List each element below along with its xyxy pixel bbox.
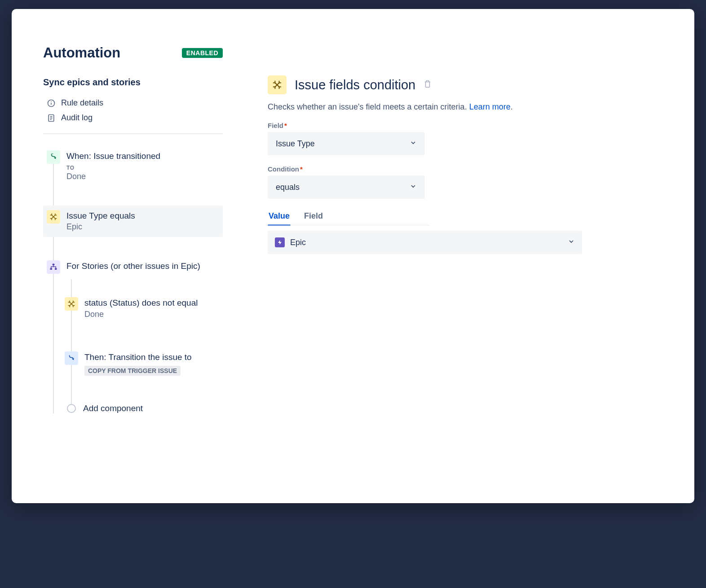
audit-log-icon bbox=[47, 114, 56, 123]
step-condition-value: Epic bbox=[66, 222, 217, 232]
step-trigger[interactable]: When: Issue transitioned TO Done bbox=[43, 146, 223, 187]
step-trigger-title: When: Issue transitioned bbox=[66, 150, 217, 162]
add-component-button[interactable]: Add component bbox=[61, 404, 223, 413]
svg-rect-10 bbox=[50, 268, 53, 270]
step-branch-title: For Stories (or other issues in Epic) bbox=[66, 260, 217, 272]
svg-rect-9 bbox=[53, 264, 55, 266]
step-condition-title: Issue Type equals bbox=[66, 210, 217, 222]
rule-details-link[interactable]: Rule details bbox=[47, 96, 223, 110]
tab-value[interactable]: Value bbox=[268, 209, 291, 225]
condition-icon bbox=[65, 297, 78, 311]
tab-field[interactable]: Field bbox=[303, 209, 324, 225]
copy-from-trigger-chip: COPY FROM TRIGGER ISSUE bbox=[84, 366, 181, 376]
action-icon bbox=[65, 351, 78, 365]
rule-details-label: Rule details bbox=[61, 98, 103, 108]
field-label: Field* bbox=[268, 122, 663, 129]
branch-icon bbox=[47, 260, 60, 274]
chevron-down-icon bbox=[410, 139, 417, 149]
step-action[interactable]: Then: Transition the issue to COPY FROM … bbox=[61, 347, 223, 381]
svg-point-2 bbox=[51, 101, 52, 102]
step-branch[interactable]: For Stories (or other issues in Epic) bbox=[43, 256, 223, 279]
step-action-title: Then: Transition the issue to bbox=[84, 351, 217, 363]
step-branch-condition-value: Done bbox=[84, 310, 217, 319]
panel-description: Checks whether an issue's field meets a … bbox=[268, 102, 663, 112]
divider bbox=[43, 133, 223, 134]
chevron-down-icon bbox=[410, 183, 417, 192]
condition-icon bbox=[47, 210, 60, 224]
value-select-value: Epic bbox=[290, 238, 306, 247]
field-select-value: Issue Type bbox=[276, 139, 315, 149]
condition-select[interactable]: equals bbox=[268, 176, 425, 199]
step-condition[interactable]: Issue Type equals Epic bbox=[43, 206, 223, 237]
info-icon bbox=[47, 99, 56, 108]
learn-more-link[interactable]: Learn more bbox=[469, 102, 511, 111]
epic-icon bbox=[275, 237, 285, 247]
status-badge-enabled: ENABLED bbox=[182, 48, 223, 58]
add-dot-icon bbox=[67, 404, 76, 413]
value-select[interactable]: Epic bbox=[268, 231, 582, 254]
rule-name: Sync epics and stories bbox=[43, 77, 223, 88]
audit-log-link[interactable]: Audit log bbox=[47, 110, 223, 125]
step-branch-condition[interactable]: status (Status) does not equal Done bbox=[61, 293, 223, 325]
condition-label: Condition* bbox=[268, 165, 663, 173]
panel-title: Issue fields condition bbox=[295, 78, 415, 92]
step-branch-condition-title: status (Status) does not equal bbox=[84, 297, 217, 309]
chevron-down-icon bbox=[568, 238, 575, 247]
step-trigger-value: Done bbox=[66, 172, 217, 181]
condition-select-value: equals bbox=[276, 183, 300, 192]
trigger-icon bbox=[47, 150, 60, 164]
page-title: Automation bbox=[43, 45, 173, 61]
field-select[interactable]: Issue Type bbox=[268, 132, 425, 155]
step-trigger-sub: TO bbox=[66, 165, 217, 171]
delete-button[interactable] bbox=[424, 80, 432, 90]
add-component-label: Add component bbox=[83, 404, 143, 413]
svg-rect-11 bbox=[55, 268, 57, 270]
audit-log-label: Audit log bbox=[61, 113, 93, 123]
condition-icon bbox=[268, 75, 287, 94]
